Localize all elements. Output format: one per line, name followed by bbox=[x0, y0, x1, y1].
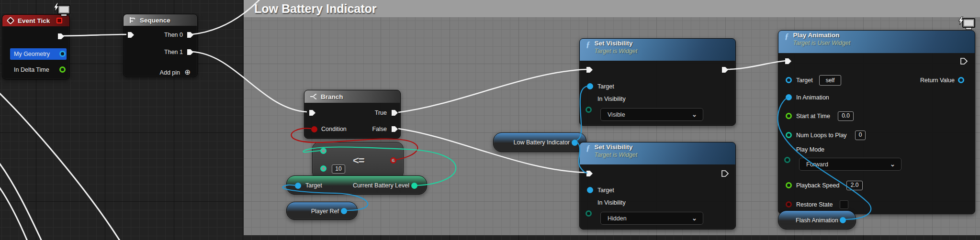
restore-state-checkbox[interactable] bbox=[840, 200, 848, 209]
wire-offscreen-3[interactable] bbox=[0, 184, 28, 240]
node-sequence[interactable]: Sequence Then 0 Then 1 Add pin ⊕ bbox=[123, 14, 198, 77]
then0-exec-pin[interactable] bbox=[186, 31, 194, 39]
wire-offscreen-1[interactable] bbox=[0, 91, 121, 240]
target-pin[interactable] bbox=[295, 183, 301, 189]
in-animation-pin[interactable] bbox=[786, 94, 792, 100]
target-pin[interactable] bbox=[587, 187, 593, 193]
event-icon bbox=[7, 17, 15, 25]
node-event-tick[interactable]: Event Tick My Geometry In Delta Time bbox=[2, 14, 70, 79]
node-branch[interactable]: Branch Condition True False bbox=[304, 90, 401, 139]
function-icon: ƒ bbox=[785, 32, 789, 41]
compare-input-a-pin[interactable] bbox=[320, 148, 327, 154]
breakpoint-icon[interactable] bbox=[56, 18, 62, 23]
pin-label-current-battery-level: Current Battery Level bbox=[353, 181, 409, 190]
pin-label-target: Target bbox=[796, 76, 813, 85]
less-equal-operator: <= bbox=[353, 154, 364, 167]
playback-speed-input[interactable]: 2.0 bbox=[846, 181, 863, 190]
chevron-down-icon: ⌄ bbox=[692, 216, 697, 221]
pin-label-then1: Then 1 bbox=[164, 48, 183, 56]
false-exec-pin[interactable] bbox=[391, 125, 398, 133]
playback-speed-pin[interactable] bbox=[786, 182, 792, 188]
target-pin[interactable] bbox=[786, 77, 792, 83]
wire-offscreen-2[interactable] bbox=[0, 160, 42, 240]
branch-icon bbox=[310, 93, 317, 100]
pin-label-then0: Then 0 bbox=[164, 31, 183, 39]
target-pin[interactable] bbox=[587, 83, 593, 89]
wire-eventtick-to-sequence[interactable] bbox=[62, 34, 126, 36]
node-get-current-battery-level[interactable]: Target Current Battery Level bbox=[286, 175, 427, 195]
exec-in-pin[interactable] bbox=[308, 109, 316, 117]
editor-only-monitor-icon bbox=[57, 5, 70, 16]
player-ref-pin[interactable] bbox=[341, 208, 347, 214]
return-value-pin[interactable] bbox=[958, 77, 964, 83]
player-ref-label: Player Ref bbox=[311, 207, 339, 216]
exec-out-pin[interactable] bbox=[57, 33, 65, 40]
node-subtitle: Target is Widget bbox=[595, 48, 638, 55]
pin-label-false: False bbox=[372, 125, 387, 133]
node-player-ref[interactable]: Player Ref bbox=[286, 202, 358, 220]
exec-in-pin[interactable] bbox=[127, 31, 135, 39]
pin-label-in-visibility: In Visibility bbox=[597, 198, 626, 207]
exec-in-pin[interactable] bbox=[586, 66, 593, 74]
pin-label-in-delta-time: In Delta Time bbox=[14, 65, 49, 74]
branch-header: Branch bbox=[304, 90, 400, 103]
restore-state-pin[interactable] bbox=[786, 201, 792, 207]
add-pin-button[interactable]: ⊕ bbox=[184, 68, 191, 76]
node-title: Event Tick bbox=[18, 17, 50, 24]
in-delta-time-pin[interactable] bbox=[59, 66, 66, 73]
play-mode-pin[interactable] bbox=[784, 157, 790, 163]
play-mode-dropdown[interactable]: Forward ⌄ bbox=[799, 158, 901, 171]
node-title: Branch bbox=[321, 93, 343, 100]
exec-out-pin[interactable] bbox=[721, 170, 729, 177]
pin-label-num-loops: Num Loops to Play bbox=[796, 131, 847, 140]
num-loops-pin[interactable] bbox=[786, 132, 792, 138]
blueprint-graph-canvas[interactable]: Low Battery Indicator Event Tick My Geom… bbox=[0, 0, 980, 240]
node-less-equal[interactable]: 10 <= bbox=[312, 142, 404, 179]
current-battery-level-pin[interactable] bbox=[411, 183, 417, 189]
exec-in-pin[interactable] bbox=[784, 57, 792, 65]
my-geometry-pin[interactable] bbox=[59, 51, 66, 57]
in-visibility-dropdown[interactable]: Hidden ⌄ bbox=[600, 212, 703, 225]
compare-input-b-pin[interactable] bbox=[320, 165, 327, 172]
in-visibility-pin[interactable] bbox=[586, 107, 592, 113]
then1-exec-pin[interactable] bbox=[186, 48, 194, 56]
node-low-battery-indicator[interactable]: Low Battery Indicator bbox=[493, 132, 586, 152]
pin-label-in-visibility: In Visibility bbox=[597, 95, 626, 103]
condition-pin[interactable] bbox=[311, 126, 317, 132]
add-pin-label: Add pin bbox=[160, 68, 180, 77]
exec-out-pin[interactable] bbox=[721, 66, 729, 74]
node-subtitle: Target is Widget bbox=[595, 152, 638, 158]
pin-label-my-geometry: My Geometry bbox=[14, 50, 50, 58]
node-flash-animation[interactable]: Flash Animation bbox=[778, 210, 856, 229]
sequence-header: Sequence bbox=[124, 14, 197, 26]
in-visibility-pin[interactable] bbox=[586, 210, 592, 217]
node-set-visibility-hidden[interactable]: ƒ Set Visibility Target is Widget Target… bbox=[579, 142, 736, 229]
exec-out-pin[interactable] bbox=[960, 57, 968, 65]
start-at-time-pin[interactable] bbox=[786, 113, 792, 119]
comment-header[interactable]: Low Battery Indicator bbox=[244, 0, 980, 17]
pin-label-target: Target bbox=[597, 186, 614, 195]
pin-label-playback-speed: Playback Speed bbox=[796, 181, 839, 190]
function-icon: ƒ bbox=[586, 40, 590, 49]
node-title: Set Visibility bbox=[595, 40, 638, 47]
exec-in-pin[interactable] bbox=[586, 170, 593, 177]
true-exec-pin[interactable] bbox=[391, 109, 398, 117]
flash-animation-pin[interactable] bbox=[840, 217, 846, 223]
num-loops-input[interactable]: 0 bbox=[855, 131, 866, 140]
in-visibility-dropdown[interactable]: Visible ⌄ bbox=[600, 108, 703, 121]
node-set-visibility-visible[interactable]: ƒ Set Visibility Target is Widget Target… bbox=[579, 38, 736, 126]
node-play-animation[interactable]: ƒ Play Animation Target is User Widget T… bbox=[778, 30, 975, 214]
set-visibility-header: ƒ Set Visibility Target is Widget bbox=[580, 142, 735, 164]
target-self-input[interactable]: self bbox=[819, 75, 841, 86]
node-title: Set Visibility bbox=[595, 143, 638, 151]
pin-label-condition: Condition bbox=[321, 125, 347, 133]
chevron-down-icon: ⌄ bbox=[890, 162, 895, 167]
pin-label-target: Target bbox=[305, 181, 322, 190]
pin-label-true: True bbox=[375, 109, 387, 117]
compare-result-pin[interactable] bbox=[390, 157, 396, 164]
start-at-time-input[interactable]: 0.0 bbox=[838, 111, 854, 121]
dropdown-value: Hidden bbox=[608, 215, 627, 222]
compare-value-input[interactable]: 10 bbox=[332, 164, 345, 174]
low-battery-indicator-pin[interactable] bbox=[572, 140, 578, 146]
low-battery-indicator-label: Low Battery Indicator bbox=[514, 138, 570, 147]
